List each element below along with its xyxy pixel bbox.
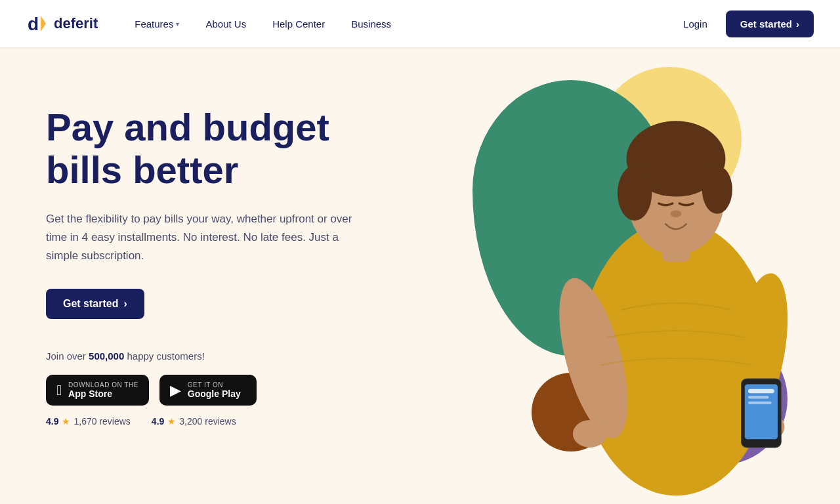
play-store-rating: 4.9 ★ 3,200 reviews [152,416,236,427]
nav-links: Features ▾ About Us Help Center Business [124,13,675,35]
star-icon-play: ★ [167,416,176,427]
chevron-down-icon: ▾ [176,20,179,28]
arrow-icon: › [796,18,799,30]
svg-point-7 [702,165,732,213]
get-started-hero-button[interactable]: Get started › [46,289,144,319]
hero-content: Pay and budget bills better Get the flex… [46,47,368,427]
person-svg [532,47,820,504]
svg-marker-1 [41,16,46,32]
app-store-rating: 4.9 ★ 1,670 reviews [46,416,131,427]
store-badges:  Download on the App Store ▶ GET IT ON … [46,375,368,406]
nav-help[interactable]: Help Center [262,13,335,35]
store-ratings: 4.9 ★ 1,670 reviews 4.9 ★ 3,200 reviews [46,416,368,427]
app-store-badge[interactable]:  Download on the App Store [46,375,149,406]
hero-subtitle: Get the flexibility to pay bills your wa… [46,210,368,265]
play-icon: ▶ [170,382,181,399]
login-button[interactable]: Login [675,13,715,35]
svg-point-8 [671,210,682,217]
google-play-badge[interactable]: ▶ GET IT ON Google Play [159,375,257,406]
svg-rect-16 [748,402,772,404]
hero-section: Pay and budget bills better Get the flex… [0,47,840,504]
logo-text: deferit [54,15,98,32]
get-started-nav-button[interactable]: Get started › [726,10,814,37]
logo-link[interactable]: d deferit [26,12,98,35]
navigation: d deferit Features ▾ About Us Help Cente… [0,0,840,47]
nav-about[interactable]: About Us [195,13,257,35]
apple-icon:  [56,382,62,399]
logo-icon: d [26,12,50,35]
cta-arrow-icon: › [123,298,127,310]
svg-point-6 [618,165,652,220]
svg-rect-15 [748,396,768,398]
customer-count: 500,000 [89,350,124,362]
happy-customers-text: Join over 500,000 happy customers! [46,350,368,362]
nav-actions: Login Get started › [675,10,814,37]
hero-visual [394,47,840,504]
svg-point-17 [573,420,607,448]
star-icon: ★ [62,416,70,427]
svg-rect-14 [748,389,774,393]
nav-business[interactable]: Business [341,13,402,35]
hero-title: Pay and budget bills better [46,106,368,192]
nav-features[interactable]: Features ▾ [124,13,190,35]
svg-text:d: d [28,14,39,34]
hero-person-image [532,47,820,504]
